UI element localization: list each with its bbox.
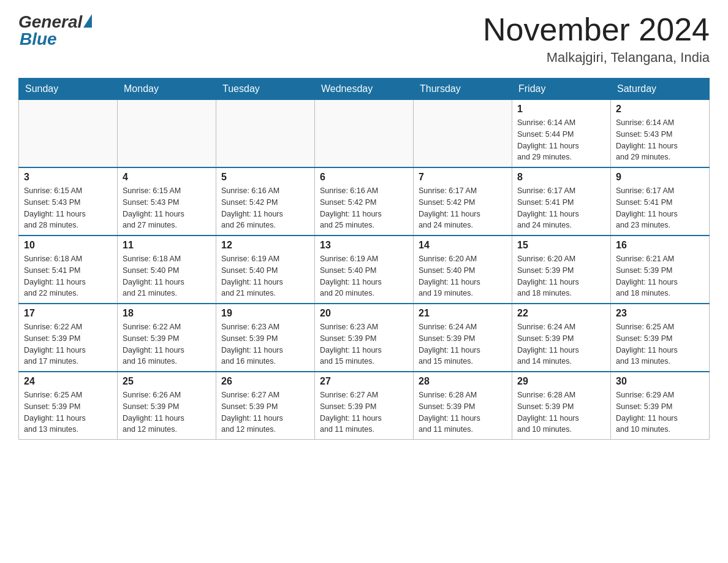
calendar-cell: 3Sunrise: 6:15 AMSunset: 5:43 PMDaylight… [19,167,118,236]
weekday-header-sunday: Sunday [19,79,118,100]
title-area: November 2024 Malkajgiri, Telangana, Ind… [483,12,710,66]
day-number: 23 [616,308,704,319]
calendar-cell [118,100,216,168]
calendar-cell: 15Sunrise: 6:20 AMSunset: 5:39 PMDayligh… [512,236,611,304]
weekday-header-friday: Friday [512,79,611,100]
day-number: 13 [320,240,408,251]
day-number: 9 [616,172,704,183]
day-info: Sunrise: 6:25 AMSunset: 5:39 PMDaylight:… [24,389,112,435]
day-number: 5 [221,172,309,183]
calendar-cell: 5Sunrise: 6:16 AMSunset: 5:42 PMDaylight… [216,167,315,236]
day-info: Sunrise: 6:15 AMSunset: 5:43 PMDaylight:… [123,185,211,231]
calendar-week-row: 10Sunrise: 6:18 AMSunset: 5:41 PMDayligh… [19,236,710,304]
day-number: 15 [517,240,605,251]
day-number: 10 [24,240,112,251]
day-number: 22 [517,308,605,319]
day-info: Sunrise: 6:22 AMSunset: 5:39 PMDaylight:… [24,321,112,367]
calendar-cell: 18Sunrise: 6:22 AMSunset: 5:39 PMDayligh… [118,304,216,372]
month-year-title: November 2024 [483,12,710,47]
header: General Blue November 2024 Malkajgiri, T… [18,12,710,66]
day-number: 20 [320,308,408,319]
day-info: Sunrise: 6:16 AMSunset: 5:42 PMDaylight:… [320,185,408,231]
weekday-header-row: SundayMondayTuesdayWednesdayThursdayFrid… [19,79,710,100]
day-info: Sunrise: 6:18 AMSunset: 5:41 PMDaylight:… [24,253,112,299]
calendar-week-row: 24Sunrise: 6:25 AMSunset: 5:39 PMDayligh… [19,372,710,440]
calendar-cell: 30Sunrise: 6:29 AMSunset: 5:39 PMDayligh… [611,372,710,440]
day-number: 12 [221,240,309,251]
day-info: Sunrise: 6:27 AMSunset: 5:39 PMDaylight:… [221,389,309,435]
day-info: Sunrise: 6:28 AMSunset: 5:39 PMDaylight:… [419,389,507,435]
calendar-cell: 21Sunrise: 6:24 AMSunset: 5:39 PMDayligh… [414,304,512,372]
calendar-cell: 20Sunrise: 6:23 AMSunset: 5:39 PMDayligh… [315,304,414,372]
day-info: Sunrise: 6:24 AMSunset: 5:39 PMDaylight:… [517,321,605,367]
day-info: Sunrise: 6:29 AMSunset: 5:39 PMDaylight:… [616,389,704,435]
calendar-cell: 25Sunrise: 6:26 AMSunset: 5:39 PMDayligh… [118,372,216,440]
day-info: Sunrise: 6:23 AMSunset: 5:39 PMDaylight:… [221,321,309,367]
weekday-header-thursday: Thursday [414,79,512,100]
calendar-cell: 26Sunrise: 6:27 AMSunset: 5:39 PMDayligh… [216,372,315,440]
day-number: 8 [517,172,605,183]
calendar-cell: 14Sunrise: 6:20 AMSunset: 5:40 PMDayligh… [414,236,512,304]
logo-triangle-icon [83,14,92,28]
day-info: Sunrise: 6:20 AMSunset: 5:39 PMDaylight:… [517,253,605,299]
day-info: Sunrise: 6:19 AMSunset: 5:40 PMDaylight:… [221,253,309,299]
calendar-cell: 7Sunrise: 6:17 AMSunset: 5:42 PMDaylight… [414,167,512,236]
logo-blue-text: Blue [18,29,57,49]
day-info: Sunrise: 6:19 AMSunset: 5:40 PMDaylight:… [320,253,408,299]
day-number: 11 [123,240,211,251]
day-number: 14 [419,240,507,251]
calendar-table: SundayMondayTuesdayWednesdayThursdayFrid… [18,78,710,440]
day-number: 28 [419,376,507,387]
day-number: 6 [320,172,408,183]
day-number: 24 [24,376,112,387]
calendar-cell: 28Sunrise: 6:28 AMSunset: 5:39 PMDayligh… [414,372,512,440]
calendar-cell: 23Sunrise: 6:25 AMSunset: 5:39 PMDayligh… [611,304,710,372]
day-info: Sunrise: 6:15 AMSunset: 5:43 PMDaylight:… [24,185,112,231]
calendar-cell: 22Sunrise: 6:24 AMSunset: 5:39 PMDayligh… [512,304,611,372]
logo: General Blue [18,12,92,49]
day-number: 7 [419,172,507,183]
day-number: 18 [123,308,211,319]
calendar-cell [414,100,512,168]
day-number: 21 [419,308,507,319]
day-info: Sunrise: 6:26 AMSunset: 5:39 PMDaylight:… [123,389,211,435]
day-number: 17 [24,308,112,319]
calendar-cell: 27Sunrise: 6:27 AMSunset: 5:39 PMDayligh… [315,372,414,440]
calendar-cell: 12Sunrise: 6:19 AMSunset: 5:40 PMDayligh… [216,236,315,304]
day-info: Sunrise: 6:27 AMSunset: 5:39 PMDaylight:… [320,389,408,435]
calendar-cell: 8Sunrise: 6:17 AMSunset: 5:41 PMDaylight… [512,167,611,236]
day-info: Sunrise: 6:17 AMSunset: 5:42 PMDaylight:… [419,185,507,231]
calendar-cell: 1Sunrise: 6:14 AMSunset: 5:44 PMDaylight… [512,100,611,168]
calendar-cell: 11Sunrise: 6:18 AMSunset: 5:40 PMDayligh… [118,236,216,304]
calendar-week-row: 1Sunrise: 6:14 AMSunset: 5:44 PMDaylight… [19,100,710,168]
calendar-cell: 2Sunrise: 6:14 AMSunset: 5:43 PMDaylight… [611,100,710,168]
day-number: 26 [221,376,309,387]
calendar-cell: 10Sunrise: 6:18 AMSunset: 5:41 PMDayligh… [19,236,118,304]
calendar-cell: 4Sunrise: 6:15 AMSunset: 5:43 PMDaylight… [118,167,216,236]
weekday-header-wednesday: Wednesday [315,79,414,100]
day-info: Sunrise: 6:23 AMSunset: 5:39 PMDaylight:… [320,321,408,367]
weekday-header-tuesday: Tuesday [216,79,315,100]
day-info: Sunrise: 6:17 AMSunset: 5:41 PMDaylight:… [616,185,704,231]
day-info: Sunrise: 6:22 AMSunset: 5:39 PMDaylight:… [123,321,211,367]
day-info: Sunrise: 6:14 AMSunset: 5:43 PMDaylight:… [616,117,704,163]
day-info: Sunrise: 6:14 AMSunset: 5:44 PMDaylight:… [517,117,605,163]
day-info: Sunrise: 6:17 AMSunset: 5:41 PMDaylight:… [517,185,605,231]
location-subtitle: Malkajgiri, Telangana, India [483,50,710,66]
day-number: 25 [123,376,211,387]
day-info: Sunrise: 6:21 AMSunset: 5:39 PMDaylight:… [616,253,704,299]
day-info: Sunrise: 6:24 AMSunset: 5:39 PMDaylight:… [419,321,507,367]
day-number: 1 [517,104,605,115]
calendar-cell: 6Sunrise: 6:16 AMSunset: 5:42 PMDaylight… [315,167,414,236]
day-number: 30 [616,376,704,387]
day-number: 4 [123,172,211,183]
day-number: 2 [616,104,704,115]
calendar-cell [216,100,315,168]
calendar-week-row: 3Sunrise: 6:15 AMSunset: 5:43 PMDaylight… [19,167,710,236]
day-number: 16 [616,240,704,251]
calendar-cell: 13Sunrise: 6:19 AMSunset: 5:40 PMDayligh… [315,236,414,304]
day-info: Sunrise: 6:18 AMSunset: 5:40 PMDaylight:… [123,253,211,299]
day-number: 29 [517,376,605,387]
day-info: Sunrise: 6:16 AMSunset: 5:42 PMDaylight:… [221,185,309,231]
weekday-header-monday: Monday [118,79,216,100]
